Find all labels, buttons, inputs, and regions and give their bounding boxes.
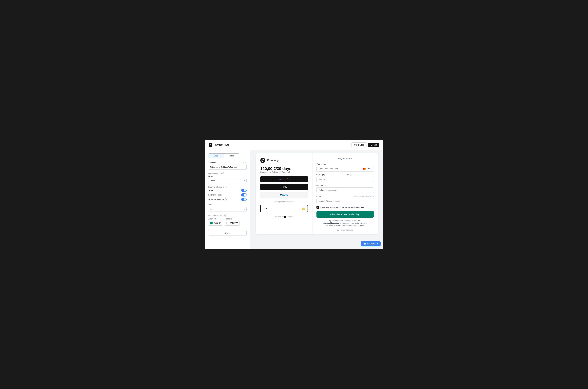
order-title-label: Order title xyxy=(208,162,216,164)
google-pay-label: Google xyxy=(278,178,285,180)
payment-methods-info-icon[interactable]: i xyxy=(222,172,224,174)
header: ■ Payment Page Get started Sign In xyxy=(205,140,383,150)
card-icon: 💳 xyxy=(302,207,305,210)
payment-card: Company 120,00 €/30 days Subscribe to So… xyxy=(256,153,378,234)
apple-pay-button[interactable]:  Pay xyxy=(260,184,308,190)
terms-toggle[interactable] xyxy=(241,198,247,201)
button-customization-label: Button customization i xyxy=(208,215,247,217)
cvc-input[interactable] xyxy=(346,177,374,182)
card-method-button[interactable]: Card 💳 xyxy=(260,205,308,212)
price-main: 120,00 €/30 days xyxy=(260,166,308,171)
cvc-label: CVC xyxy=(346,174,350,176)
cardholder-toggle[interactable] xyxy=(241,193,247,196)
visa-icon: VISA xyxy=(368,167,372,170)
terms-info-icon[interactable]: i xyxy=(225,198,227,200)
name-on-card-input[interactable] xyxy=(317,187,374,193)
test-cards-icon xyxy=(364,243,366,245)
test-cards-chevron-icon: ▾ xyxy=(377,243,378,245)
web-view-button[interactable]: Web xyxy=(208,154,224,158)
button-customization-info-icon[interactable]: i xyxy=(224,215,226,217)
svg-point-1 xyxy=(262,161,264,162)
email-toggle-label: Email xyxy=(208,189,213,191)
name-on-card-label: Name on card xyxy=(317,185,374,187)
cardholder-toggle-row: Cardholder name xyxy=(208,193,247,196)
solidgate-icon: S xyxy=(284,216,286,218)
color-row: Button color #00816A Text color #FFFFFF xyxy=(208,218,247,226)
paypal-logo: PayPal xyxy=(280,194,288,196)
svg-text:VISA: VISA xyxy=(368,168,372,169)
pay-text-google: Pay xyxy=(287,178,291,180)
get-started-button[interactable]: Get started xyxy=(352,142,367,147)
pay-text-apple: Pay xyxy=(283,186,287,188)
subscribe-button[interactable]: Subscribe for 120,00 €/30 days xyxy=(317,211,374,218)
card-number-wrapper: VISA xyxy=(317,166,374,171)
card-label: Card xyxy=(263,207,267,210)
expiry-cvc-row: Card expiry CVC i xyxy=(317,174,374,182)
header-logo: ■ Payment Page xyxy=(209,143,229,147)
card-number-group: Card number xyxy=(317,163,374,171)
mobile-view-button[interactable]: Mobile xyxy=(224,154,239,158)
payment-secured: Payment secured xyxy=(317,229,374,231)
pay-with-card-title: Pay with card xyxy=(317,157,374,160)
paypal-button[interactable]: PayPal xyxy=(260,192,308,198)
apms-label: APMs xyxy=(208,175,247,177)
email-label-row: Email For receipts and notifications xyxy=(317,195,374,197)
logo-text: Payment Page xyxy=(214,144,229,146)
email-input[interactable] xyxy=(317,198,374,204)
email-toggle[interactable] xyxy=(241,189,247,192)
test-cards-button[interactable]: Test cards ▾ xyxy=(361,241,381,246)
name-on-card-group: Name on card xyxy=(317,185,374,193)
svg-point-0 xyxy=(260,158,265,163)
font-label: Font xyxy=(208,204,247,206)
company-header: Company xyxy=(260,158,308,163)
sign-in-button[interactable]: Sign In xyxy=(368,143,380,147)
terms-toggle-row: Terms & Conditions i xyxy=(208,198,247,201)
subscription-domain: store.solidgate.com xyxy=(323,222,339,224)
view-toggle: Web Mobile xyxy=(208,153,239,158)
mastercard-icon xyxy=(362,167,367,170)
char-count: 33/100 xyxy=(241,162,247,163)
customer-info-label: Customer information i xyxy=(208,186,247,188)
expiry-group: Card expiry xyxy=(317,174,344,182)
card-icons: VISA xyxy=(362,167,372,170)
customer-info-icon[interactable]: i xyxy=(225,186,227,188)
email-toggle-row: Email xyxy=(208,189,247,192)
apms-select[interactable]: Global xyxy=(208,178,247,183)
other-methods-divider: Other payment methods xyxy=(260,201,308,203)
apms-select-wrapper: Global xyxy=(208,178,247,183)
body-layout: Web Mobile Order title 33/100 Payment me… xyxy=(205,150,383,249)
payment-secured-label: Payment secured xyxy=(340,229,353,231)
email-group: Email For receipts and notifications xyxy=(317,195,374,204)
font-select[interactable]: Inter xyxy=(208,207,247,212)
terms-checkbox[interactable] xyxy=(317,206,319,209)
cvc-label-row: CVC i xyxy=(346,174,374,176)
expiry-input[interactable] xyxy=(317,177,344,182)
terms-conditions-link[interactable]: Terms and conditions xyxy=(345,206,364,208)
back-button[interactable]: Back xyxy=(208,230,247,235)
google-pay-button[interactable]: Google Pay xyxy=(260,176,308,182)
text-color-value: #FFFFFF xyxy=(230,222,238,224)
subscription-note: By confirming your subscription, you all… xyxy=(317,219,374,227)
green-swatch xyxy=(210,222,212,225)
order-title-row: Order title 33/100 xyxy=(208,162,247,164)
button-customization-section: Button customization i Button color #008… xyxy=(208,215,247,226)
svg-text:S: S xyxy=(285,216,285,218)
cvc-info-icon[interactable]: i xyxy=(350,174,352,176)
receipt-note: For receipts and notifications xyxy=(354,195,374,197)
test-cards-label: Test cards xyxy=(367,243,376,245)
price-block: 120,00 €/30 days Subscribe to Solidgate'… xyxy=(260,166,308,173)
button-color-swatch[interactable]: #00816A xyxy=(208,221,223,226)
payment-methods-label: Payment methods i xyxy=(208,172,247,174)
white-swatch xyxy=(226,222,229,225)
customer-info-section: Customer information i Email Cardholder … xyxy=(208,186,247,201)
order-title-input[interactable] xyxy=(208,164,247,169)
payment-left: Company 120,00 €/30 days Subscribe to So… xyxy=(256,153,313,234)
payment-right: Pay with card Card number xyxy=(313,153,378,234)
main-container: ■ Payment Page Get started Sign In Web M… xyxy=(205,140,383,249)
preview-area: Company 120,00 €/30 days Subscribe to So… xyxy=(250,150,383,249)
email-label: Email xyxy=(317,195,321,197)
font-section: Font Inter xyxy=(208,204,247,212)
text-color-swatch[interactable]: #FFFFFF xyxy=(225,221,240,226)
payment-methods-section: Payment methods i APMs Global xyxy=(208,172,247,183)
terms-toggle-label: Terms & Conditions i xyxy=(208,198,227,200)
